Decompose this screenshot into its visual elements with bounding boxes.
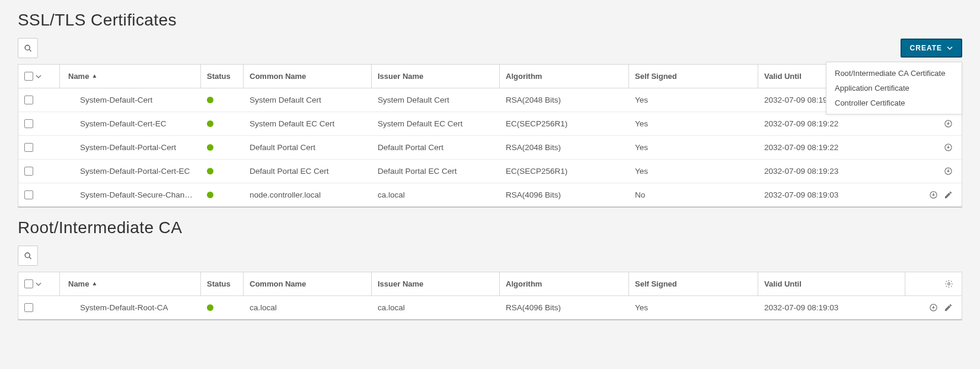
- col-status[interactable]: Status: [201, 272, 244, 295]
- row-actions: [905, 183, 962, 206]
- status-dot: [207, 144, 213, 151]
- status-dot: [207, 304, 213, 311]
- select-all-checkbox[interactable]: [24, 279, 33, 288]
- cell-self: No: [629, 183, 758, 206]
- cert-name[interactable]: System-Default-Portal-Cert: [80, 143, 176, 152]
- cell-issuer: Default Portal Cert: [372, 136, 500, 159]
- ssl-toolbar: CREATE Root/Intermediate CA Certificate …: [18, 38, 962, 58]
- svg-point-10: [948, 283, 950, 285]
- cell-self: Yes: [629, 88, 758, 112]
- svg-point-8: [25, 253, 30, 257]
- edit-icon[interactable]: [944, 190, 953, 199]
- download-icon[interactable]: [944, 119, 953, 128]
- download-icon[interactable]: [944, 167, 953, 176]
- table-row: System-Default-Cert-ECSystem Default EC …: [18, 112, 962, 136]
- cell-issuer: ca.local: [372, 183, 500, 206]
- cell-valid: 2032-07-09 08:19:23: [758, 160, 905, 183]
- cell-self: Yes: [629, 296, 758, 319]
- svg-line-1: [29, 49, 31, 51]
- row-checkbox[interactable]: [24, 96, 33, 104]
- col-issuer[interactable]: Issuer Name: [372, 65, 500, 88]
- row-actions: [905, 136, 962, 159]
- download-icon[interactable]: [929, 190, 938, 199]
- edit-icon[interactable]: [944, 303, 953, 312]
- cert-name[interactable]: System-Default-Secure-Channel: [80, 190, 194, 199]
- cell-valid: 2032-07-09 08:19:03: [758, 296, 905, 319]
- ca-section-title: Root/Intermediate CA: [18, 218, 962, 237]
- create-menu-application[interactable]: Application Certificate: [826, 81, 962, 96]
- status-dot: [207, 192, 213, 198]
- chevron-down-icon[interactable]: [36, 281, 42, 287]
- ca-search-button[interactable]: [18, 246, 38, 266]
- cell-self: Yes: [629, 160, 758, 183]
- create-button[interactable]: CREATE: [901, 39, 962, 58]
- search-icon: [24, 44, 33, 53]
- cell-common: ca.local: [244, 296, 372, 319]
- table-row: System-Default-Root-CAca.localca.localRS…: [18, 296, 962, 319]
- row-checkbox[interactable]: [24, 143, 33, 152]
- create-button-label: CREATE: [910, 44, 942, 52]
- cell-issuer: ca.local: [372, 296, 500, 319]
- create-menu-controller[interactable]: Controller Certificate: [826, 96, 962, 110]
- chevron-down-icon[interactable]: [36, 74, 42, 79]
- col-name[interactable]: Name▲: [60, 65, 201, 88]
- col-self[interactable]: Self Signed: [629, 272, 758, 295]
- ssl-search-button[interactable]: [18, 38, 38, 58]
- chevron-down-icon: [947, 45, 953, 51]
- ca-grid-header: Name▲ Status Common Name Issuer Name Alg…: [18, 272, 962, 296]
- cell-common: Default Portal Cert: [244, 136, 372, 159]
- cell-valid: 2032-07-09 08:19:03: [758, 183, 905, 206]
- col-valid[interactable]: Valid Until: [758, 272, 905, 295]
- cell-algo: EC(SECP256R1): [500, 160, 629, 183]
- col-common[interactable]: Common Name: [244, 272, 372, 295]
- row-actions: [905, 112, 962, 135]
- table-row: System-Default-Secure-Channelnode.contro…: [18, 183, 962, 206]
- row-checkbox[interactable]: [24, 303, 33, 312]
- ssl-grid: Name▲ Status Common Name Issuer Name Alg…: [18, 64, 962, 208]
- status-dot: [207, 120, 213, 127]
- download-icon[interactable]: [929, 303, 938, 312]
- cert-name[interactable]: System-Default-Portal-Cert-EC: [80, 167, 190, 176]
- col-name[interactable]: Name▲: [60, 272, 201, 295]
- cell-common: Default Portal EC Cert: [244, 160, 372, 183]
- cell-algo: RSA(4096 Bits): [500, 296, 629, 319]
- status-dot: [207, 97, 213, 103]
- cell-common: node.controller.local: [244, 183, 372, 206]
- ca-grid: Name▲ Status Common Name Issuer Name Alg…: [18, 272, 962, 320]
- download-icon[interactable]: [944, 143, 953, 152]
- sort-asc-icon: ▲: [91, 72, 97, 79]
- cell-valid: 2032-07-09 08:19:22: [758, 136, 905, 159]
- cell-valid: 2032-07-09 08:19:22: [758, 112, 905, 135]
- col-issuer[interactable]: Issuer Name: [372, 272, 500, 295]
- cert-name[interactable]: System-Default-Root-CA: [80, 303, 168, 312]
- cell-algo: RSA(2048 Bits): [500, 136, 629, 159]
- col-algo[interactable]: Algorithm: [500, 65, 629, 88]
- col-self[interactable]: Self Signed: [629, 65, 758, 88]
- ca-toolbar: [18, 246, 962, 266]
- cell-self: Yes: [629, 136, 758, 159]
- row-checkbox[interactable]: [24, 119, 33, 128]
- search-icon: [24, 252, 33, 260]
- col-algo[interactable]: Algorithm: [500, 272, 629, 295]
- cell-issuer: System Default Cert: [372, 88, 500, 112]
- svg-line-9: [29, 257, 31, 259]
- cell-algo: RSA(2048 Bits): [500, 88, 629, 112]
- col-common[interactable]: Common Name: [244, 65, 372, 88]
- ssl-section-title: SSL/TLS Certificates: [18, 11, 962, 30]
- svg-point-0: [25, 45, 30, 50]
- col-status[interactable]: Status: [201, 65, 244, 88]
- create-dropdown: Root/Intermediate CA Certificate Applica…: [826, 62, 962, 114]
- cell-common: System Default EC Cert: [244, 112, 372, 135]
- cell-algo: RSA(4096 Bits): [500, 183, 629, 206]
- ssl-grid-header: Name▲ Status Common Name Issuer Name Alg…: [18, 65, 962, 88]
- cell-issuer: Default Portal EC Cert: [372, 160, 500, 183]
- cert-name[interactable]: System-Default-Cert-EC: [80, 119, 167, 128]
- table-row: System-Default-Portal-CertDefault Portal…: [18, 136, 962, 160]
- select-all-checkbox[interactable]: [24, 72, 33, 81]
- create-menu-root-ca[interactable]: Root/Intermediate CA Certificate: [826, 66, 962, 81]
- cert-name[interactable]: System-Default-Cert: [80, 96, 152, 104]
- gear-icon[interactable]: [944, 279, 953, 288]
- row-checkbox[interactable]: [24, 167, 33, 176]
- row-actions: [905, 296, 962, 319]
- row-checkbox[interactable]: [24, 190, 33, 199]
